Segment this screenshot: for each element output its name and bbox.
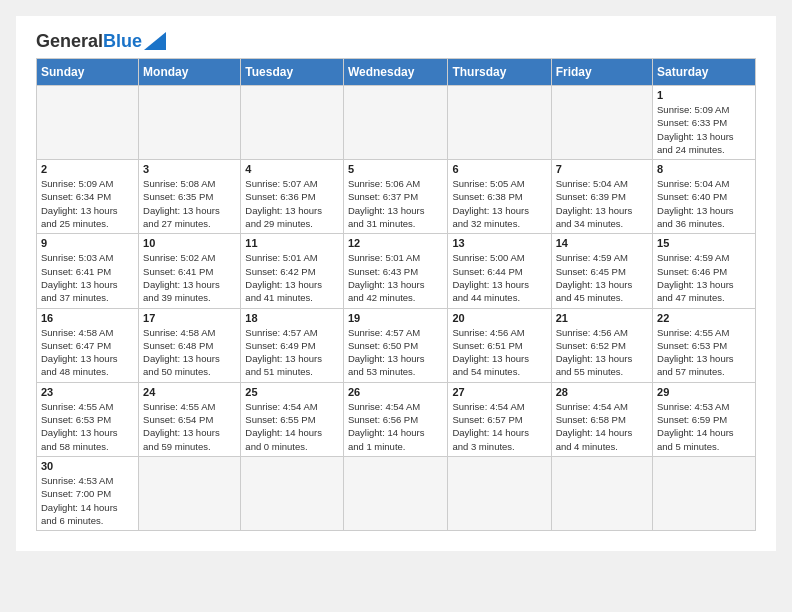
day-info: Sunrise: 5:06 AM Sunset: 6:37 PM Dayligh…: [348, 177, 444, 230]
day-number: 9: [41, 237, 134, 249]
day-number: 16: [41, 312, 134, 324]
calendar-day-cell: 16Sunrise: 4:58 AM Sunset: 6:47 PM Dayli…: [37, 308, 139, 382]
calendar-day-cell: 3Sunrise: 5:08 AM Sunset: 6:35 PM Daylig…: [139, 160, 241, 234]
calendar-day-cell: 27Sunrise: 4:54 AM Sunset: 6:57 PM Dayli…: [448, 382, 551, 456]
calendar-day-cell: 8Sunrise: 5:04 AM Sunset: 6:40 PM Daylig…: [653, 160, 756, 234]
calendar-week-row: 16Sunrise: 4:58 AM Sunset: 6:47 PM Dayli…: [37, 308, 756, 382]
calendar-day-cell: 2Sunrise: 5:09 AM Sunset: 6:34 PM Daylig…: [37, 160, 139, 234]
calendar-day-cell: 12Sunrise: 5:01 AM Sunset: 6:43 PM Dayli…: [343, 234, 448, 308]
day-number: 7: [556, 163, 648, 175]
calendar-week-row: 2Sunrise: 5:09 AM Sunset: 6:34 PM Daylig…: [37, 160, 756, 234]
day-number: 5: [348, 163, 444, 175]
day-number: 30: [41, 460, 134, 472]
calendar-header-friday: Friday: [551, 59, 652, 86]
day-number: 24: [143, 386, 236, 398]
day-info: Sunrise: 4:55 AM Sunset: 6:53 PM Dayligh…: [41, 400, 134, 453]
day-number: 11: [245, 237, 339, 249]
calendar-week-row: 1Sunrise: 5:09 AM Sunset: 6:33 PM Daylig…: [37, 86, 756, 160]
day-info: Sunrise: 5:05 AM Sunset: 6:38 PM Dayligh…: [452, 177, 546, 230]
header: GeneralBlue: [36, 32, 756, 50]
calendar-day-cell: 15Sunrise: 4:59 AM Sunset: 6:46 PM Dayli…: [653, 234, 756, 308]
calendar-day-cell: [241, 86, 344, 160]
day-number: 28: [556, 386, 648, 398]
day-number: 15: [657, 237, 751, 249]
day-info: Sunrise: 5:07 AM Sunset: 6:36 PM Dayligh…: [245, 177, 339, 230]
day-number: 14: [556, 237, 648, 249]
day-number: 12: [348, 237, 444, 249]
calendar-day-cell: 29Sunrise: 4:53 AM Sunset: 6:59 PM Dayli…: [653, 382, 756, 456]
day-number: 25: [245, 386, 339, 398]
calendar-day-cell: 28Sunrise: 4:54 AM Sunset: 6:58 PM Dayli…: [551, 382, 652, 456]
calendar-day-cell: 1Sunrise: 5:09 AM Sunset: 6:33 PM Daylig…: [653, 86, 756, 160]
calendar-week-row: 23Sunrise: 4:55 AM Sunset: 6:53 PM Dayli…: [37, 382, 756, 456]
calendar-day-cell: 7Sunrise: 5:04 AM Sunset: 6:39 PM Daylig…: [551, 160, 652, 234]
day-info: Sunrise: 4:57 AM Sunset: 6:50 PM Dayligh…: [348, 326, 444, 379]
calendar-day-cell: 14Sunrise: 4:59 AM Sunset: 6:45 PM Dayli…: [551, 234, 652, 308]
calendar-day-cell: 25Sunrise: 4:54 AM Sunset: 6:55 PM Dayli…: [241, 382, 344, 456]
day-info: Sunrise: 5:01 AM Sunset: 6:43 PM Dayligh…: [348, 251, 444, 304]
calendar-day-cell: 18Sunrise: 4:57 AM Sunset: 6:49 PM Dayli…: [241, 308, 344, 382]
day-info: Sunrise: 4:55 AM Sunset: 6:53 PM Dayligh…: [657, 326, 751, 379]
calendar-header-saturday: Saturday: [653, 59, 756, 86]
day-info: Sunrise: 5:00 AM Sunset: 6:44 PM Dayligh…: [452, 251, 546, 304]
logo-text: GeneralBlue: [36, 32, 142, 50]
day-info: Sunrise: 4:59 AM Sunset: 6:46 PM Dayligh…: [657, 251, 751, 304]
day-info: Sunrise: 4:56 AM Sunset: 6:52 PM Dayligh…: [556, 326, 648, 379]
day-info: Sunrise: 5:09 AM Sunset: 6:34 PM Dayligh…: [41, 177, 134, 230]
calendar-day-cell: 13Sunrise: 5:00 AM Sunset: 6:44 PM Dayli…: [448, 234, 551, 308]
day-number: 1: [657, 89, 751, 101]
day-number: 19: [348, 312, 444, 324]
calendar-header-thursday: Thursday: [448, 59, 551, 86]
calendar-day-cell: 4Sunrise: 5:07 AM Sunset: 6:36 PM Daylig…: [241, 160, 344, 234]
day-info: Sunrise: 5:02 AM Sunset: 6:41 PM Dayligh…: [143, 251, 236, 304]
calendar-day-cell: [653, 456, 756, 530]
calendar-day-cell: 24Sunrise: 4:55 AM Sunset: 6:54 PM Dayli…: [139, 382, 241, 456]
day-number: 2: [41, 163, 134, 175]
calendar-day-cell: 17Sunrise: 4:58 AM Sunset: 6:48 PM Dayli…: [139, 308, 241, 382]
day-info: Sunrise: 4:53 AM Sunset: 6:59 PM Dayligh…: [657, 400, 751, 453]
calendar-day-cell: [448, 456, 551, 530]
calendar-day-cell: 6Sunrise: 5:05 AM Sunset: 6:38 PM Daylig…: [448, 160, 551, 234]
calendar-day-cell: [551, 456, 652, 530]
day-number: 8: [657, 163, 751, 175]
day-number: 22: [657, 312, 751, 324]
calendar-day-cell: 23Sunrise: 4:55 AM Sunset: 6:53 PM Dayli…: [37, 382, 139, 456]
calendar-table: SundayMondayTuesdayWednesdayThursdayFrid…: [36, 58, 756, 531]
day-number: 6: [452, 163, 546, 175]
calendar-day-cell: 9Sunrise: 5:03 AM Sunset: 6:41 PM Daylig…: [37, 234, 139, 308]
day-info: Sunrise: 4:58 AM Sunset: 6:47 PM Dayligh…: [41, 326, 134, 379]
calendar-day-cell: 30Sunrise: 4:53 AM Sunset: 7:00 PM Dayli…: [37, 456, 139, 530]
day-number: 26: [348, 386, 444, 398]
calendar-header-monday: Monday: [139, 59, 241, 86]
day-number: 20: [452, 312, 546, 324]
calendar-day-cell: 20Sunrise: 4:56 AM Sunset: 6:51 PM Dayli…: [448, 308, 551, 382]
day-number: 18: [245, 312, 339, 324]
day-info: Sunrise: 4:54 AM Sunset: 6:55 PM Dayligh…: [245, 400, 339, 453]
calendar-day-cell: [139, 86, 241, 160]
calendar-day-cell: [241, 456, 344, 530]
day-number: 21: [556, 312, 648, 324]
day-number: 17: [143, 312, 236, 324]
day-number: 29: [657, 386, 751, 398]
calendar-day-cell: [343, 86, 448, 160]
day-info: Sunrise: 4:54 AM Sunset: 6:58 PM Dayligh…: [556, 400, 648, 453]
logo-blue: Blue: [103, 31, 142, 51]
day-number: 27: [452, 386, 546, 398]
day-info: Sunrise: 4:58 AM Sunset: 6:48 PM Dayligh…: [143, 326, 236, 379]
day-info: Sunrise: 5:04 AM Sunset: 6:39 PM Dayligh…: [556, 177, 648, 230]
day-number: 4: [245, 163, 339, 175]
logo-triangle-icon: [144, 32, 166, 50]
calendar-day-cell: [343, 456, 448, 530]
calendar-header-wednesday: Wednesday: [343, 59, 448, 86]
day-info: Sunrise: 5:04 AM Sunset: 6:40 PM Dayligh…: [657, 177, 751, 230]
calendar-day-cell: 19Sunrise: 4:57 AM Sunset: 6:50 PM Dayli…: [343, 308, 448, 382]
day-info: Sunrise: 4:56 AM Sunset: 6:51 PM Dayligh…: [452, 326, 546, 379]
calendar-day-cell: [37, 86, 139, 160]
calendar-day-cell: [551, 86, 652, 160]
calendar-day-cell: [448, 86, 551, 160]
day-info: Sunrise: 4:57 AM Sunset: 6:49 PM Dayligh…: [245, 326, 339, 379]
calendar-header-sunday: Sunday: [37, 59, 139, 86]
day-number: 23: [41, 386, 134, 398]
day-info: Sunrise: 4:59 AM Sunset: 6:45 PM Dayligh…: [556, 251, 648, 304]
calendar-header-tuesday: Tuesday: [241, 59, 344, 86]
